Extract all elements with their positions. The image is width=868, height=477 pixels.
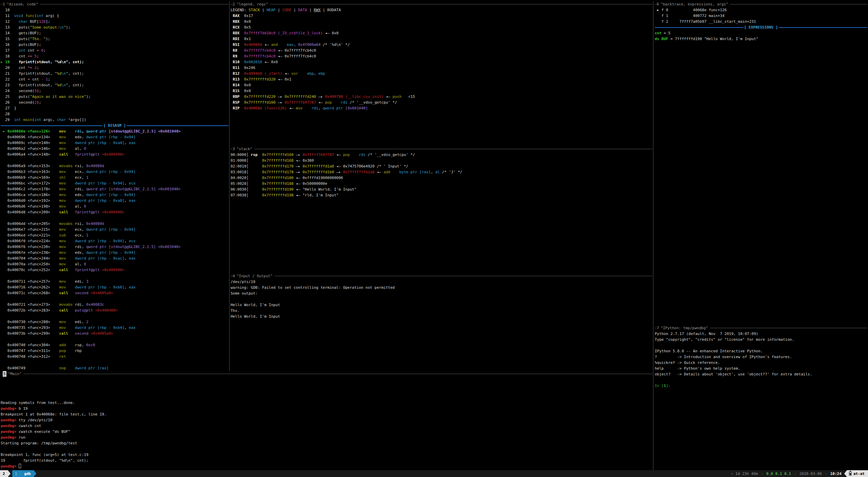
text-run: mov: [59, 141, 66, 145]
text-run: [298, 71, 307, 76]
text-run: RDX: [231, 31, 244, 35]
text-run: 06:0030│: [231, 187, 262, 192]
pane-main-gdb-console[interactable]: 5"Main" Reading symbols from test...done…: [1, 371, 652, 470]
pane-input-output[interactable]: 4"Input / Output" /dev/pts/10warning: GD…: [231, 273, 652, 371]
pane-border-vertical-left[interactable]: [229, 1, 230, 371]
text-run: cnt: [25, 48, 37, 53]
text-run: \n: [61, 83, 66, 87]
text-run: ;: [43, 48, 46, 53]
text-run: R12: [231, 71, 244, 76]
text-run: +=: [28, 54, 32, 58]
pane-stack[interactable]: 3"stack" 00:0000│ rsp 0x7fffffffd160 —▸ …: [231, 146, 652, 273]
text-run: 20 cnt: [1, 66, 28, 70]
text-run: 0x7fffffffd1b0: [303, 170, 334, 174]
text-run: ◂— 0xffffd19000000006: [293, 176, 343, 180]
text-run: );: [66, 25, 70, 30]
text-run: 0x40070a <func+250>: [1, 262, 59, 266]
text-run: rbp: [66, 349, 82, 353]
text-run: 23 fprintf(stdout,: [1, 83, 55, 87]
text-run: int: [19, 48, 25, 53]
terminal-row: Breakpoint 1, func (arg=5) at test.c:19: [1, 452, 652, 458]
text-run: [50, 129, 59, 134]
pane-title: "legend, regs": [237, 1, 268, 7]
terminal-row: 22 cnt = cnt - 1;: [1, 76, 229, 82]
text-run: 0xc0: [86, 343, 95, 347]
text-run: mov: [59, 204, 66, 209]
terminal-row: 00:0000│ rsp 0x7fffffffd160 —▸ 0x7ffff7b…: [231, 152, 652, 158]
pane-border-vertical-right[interactable]: [653, 1, 653, 470]
text-run: mov: [59, 135, 66, 139]
text-run: 01:0008│: [231, 158, 262, 163]
text-run: 0x4006d0 <func+192>: [1, 198, 59, 203]
text-run: call: [59, 152, 68, 157]
text-run: —▸: [293, 170, 303, 174]
terminal-row: 26 second(2);: [1, 100, 229, 105]
text-run: R10: [231, 60, 244, 64]
terminal-row: 0x400747 <func+311> pop rbp: [1, 348, 229, 354]
text-run: 0x400747 <func+311>: [1, 349, 59, 353]
text-run: int: [34, 118, 41, 122]
text-run: 19 fprintf(stdout, "%d\n", cnt);: [1, 458, 88, 463]
session-badge[interactable]: 2: [0, 470, 8, 477]
text-run: mov: [59, 146, 66, 151]
text-run: ecx,: [66, 227, 86, 232]
text-run: ◂— 0x7ffff7fcb4c0: [275, 48, 316, 53]
text-run: rdi,: [66, 187, 86, 191]
text-run: ecx,: [66, 175, 86, 180]
text-run: ret: [59, 354, 66, 359]
text-run: 0x400704 <func+244>: [1, 256, 59, 261]
pane-title: "IPython: tmp/pwndbg": [661, 325, 708, 331]
text-run: cwatch cnt: [19, 424, 41, 428]
text-run: <0x400490>: [102, 210, 124, 214]
terminal-row: 0x400696 <func+134> mov edx, dword ptr […: [1, 134, 229, 140]
pane-registers[interactable]: 2"legend, regs" LEGEND: STACK | HEAP | C…: [231, 1, 652, 146]
text-run: RAX: [231, 14, 244, 18]
text-run: 0x400780 (__libc_csu_init): [325, 94, 383, 99]
text-run: —▸: [316, 94, 325, 99]
text-run: ◂—: [383, 94, 393, 99]
window-tab-gdb[interactable]: 1›gdb: [12, 470, 34, 477]
text-run: RSP: [231, 100, 244, 105]
text-run: call: [59, 308, 68, 313]
terminal-row: Breakpoint 1 at 0x40068e: file test.c, l…: [1, 411, 652, 417]
text-run: [332, 100, 341, 105]
text-run: "Again as it was so nice": [30, 94, 86, 99]
text-run: 0x40070c <func+252>: [1, 268, 59, 272]
pane-disasm-code[interactable]: 1"disasm, code" 10 11 void func(int arg)…: [1, 1, 229, 371]
text-run: 0x7ffff7fcb4c0: [244, 48, 276, 53]
text-run: 0x7fffffffd168: [262, 158, 294, 163]
terminal-row: 0x4006bc <func+172> mov dword ptr [rbp -…: [1, 180, 229, 186]
terminal-row: [1, 377, 652, 383]
text-run: [88, 291, 91, 295]
terminal-row: [655, 377, 867, 383]
terminal-row: help -> Python's own help system.: [655, 366, 867, 371]
pane-header-stack: 3"stack": [231, 146, 652, 152]
text-run: 3: [34, 89, 37, 93]
text-run: 21 fprintf(stdout,: [1, 71, 55, 76]
text-run: 0x7ffff7dd18c0 (_IO_stdfile_1_lock): [244, 31, 323, 35]
text-run: void: [14, 14, 23, 18]
text-run: RBX: [231, 19, 244, 24]
text-run: eax: [129, 325, 136, 330]
terminal-row: 0x40070a <func+250> mov al, 0: [1, 261, 229, 267]
text-run: al,: [66, 262, 84, 266]
text-run: 0x1: [244, 37, 251, 41]
text-run: CODE: [282, 8, 291, 12]
gdb-console[interactable]: Reading symbols from test...done.pwndbg>…: [1, 377, 652, 469]
pane-backtrace-expressions[interactable]: 6"backtrace, expressions, args" ► f 0 40…: [655, 1, 867, 325]
text-run: mov: [59, 187, 66, 191]
text-run: R8: [231, 48, 244, 53]
ipython-console[interactable]: Python 2.7.17 (default, Nov 7 2019, 10:0…: [655, 331, 867, 389]
text-run: Reading symbols from test...done.: [1, 401, 75, 405]
text-run: edi,: [66, 320, 86, 324]
text-run: Hello World, I'm Input: [231, 314, 280, 319]
text-run: 128: [39, 19, 46, 24]
text-run: 0x7fffffffd160: [244, 100, 276, 105]
text-run: pop: [325, 100, 332, 105]
powerline-separator: [8, 470, 11, 477]
text-run: 0x4006f6 <func+230>: [1, 245, 59, 249]
text-run: 0x5: [244, 25, 251, 30]
pane-ipython[interactable]: 7"IPython: tmp/pwndbg" Python 2.7.17 (de…: [655, 325, 867, 470]
text-run: 0x40068e <func+126>: [7, 129, 50, 134]
text-run: [66, 118, 68, 122]
